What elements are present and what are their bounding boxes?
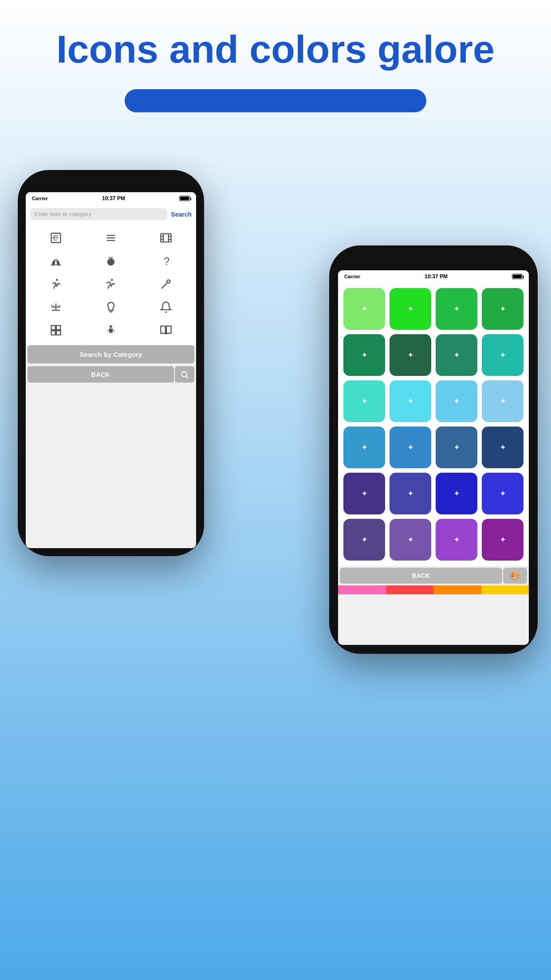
- icon-menorah[interactable]: [29, 296, 83, 318]
- color-tile-2-3[interactable]: [436, 334, 477, 376]
- back-button-right[interactable]: BACK: [340, 568, 502, 584]
- search-input[interactable]: Enter item or category: [30, 208, 167, 220]
- icon-wrench[interactable]: [139, 273, 193, 295]
- carrier-right: Carrier: [344, 274, 360, 279]
- icon-running2[interactable]: [84, 273, 138, 295]
- icon-running[interactable]: [29, 273, 83, 295]
- time-right: 10:37 PM: [425, 273, 448, 280]
- phones-container: Carrier 10:37 PM Enter item or category …: [0, 143, 551, 907]
- svg-point-18: [111, 279, 113, 281]
- icon-tomato[interactable]: [84, 250, 138, 272]
- color-tile-3-3[interactable]: [436, 380, 477, 422]
- color-tile-1-2[interactable]: [390, 288, 431, 330]
- strip-pink: [338, 585, 386, 594]
- color-tile-3-2[interactable]: [390, 380, 431, 422]
- icon-bell[interactable]: [139, 296, 193, 318]
- svg-rect-31: [56, 326, 60, 330]
- color-tile-5-4[interactable]: [482, 473, 523, 514]
- header: Icons and colors galore: [0, 0, 551, 130]
- color-tile-2-1[interactable]: [343, 334, 385, 376]
- svg-point-15: [107, 258, 114, 265]
- battery-right: [512, 274, 523, 279]
- color-tile-2-4[interactable]: [482, 334, 523, 376]
- phone-left: Carrier 10:37 PM Enter item or category …: [18, 170, 204, 556]
- color-tile-3-1[interactable]: [343, 380, 385, 422]
- back-button-left[interactable]: BACK: [28, 366, 174, 383]
- icon-baby[interactable]: [84, 320, 138, 341]
- svg-point-35: [181, 371, 187, 377]
- color-tile-1-1[interactable]: [343, 288, 385, 330]
- color-tile-3-4[interactable]: [482, 380, 523, 422]
- blue-pill-decoration: [125, 89, 426, 112]
- color-strip: [338, 585, 529, 594]
- color-tile-6-2[interactable]: [390, 519, 431, 561]
- svg-point-34: [110, 325, 112, 328]
- search-button[interactable]: Search: [171, 211, 192, 218]
- svg-rect-7: [161, 234, 171, 242]
- icon-question[interactable]: ?: [139, 250, 193, 272]
- phone-right: Carrier 10:37 PM: [329, 245, 538, 654]
- icon-list[interactable]: [84, 227, 138, 249]
- color-tile-6-3[interactable]: [436, 519, 477, 561]
- color-grid: [338, 283, 529, 566]
- palette-button[interactable]: 🎨: [503, 568, 527, 584]
- status-bar-right: Carrier 10:37 PM: [338, 270, 529, 283]
- icon-checklist[interactable]: [29, 227, 83, 249]
- icon-grid[interactable]: [29, 320, 83, 341]
- color-tile-4-3[interactable]: [436, 427, 477, 468]
- phone-left-screen: Carrier 10:37 PM Enter item or category …: [26, 192, 196, 548]
- svg-rect-32: [51, 331, 55, 335]
- color-tile-4-4[interactable]: [482, 427, 523, 468]
- search-bar-area: Enter item or category Search: [26, 205, 196, 224]
- status-bar-left: Carrier 10:37 PM: [26, 192, 196, 205]
- time-left: 10:37 PM: [102, 195, 125, 202]
- bottom-bar-left: BACK: [26, 364, 196, 384]
- color-tile-2-2[interactable]: [390, 334, 431, 376]
- color-tile-4-2[interactable]: [390, 427, 431, 468]
- icon-film[interactable]: [139, 227, 193, 249]
- svg-line-20: [162, 283, 167, 288]
- strip-red: [386, 585, 434, 594]
- color-tile-1-4[interactable]: [482, 288, 523, 330]
- color-tile-1-3[interactable]: [436, 288, 477, 330]
- color-tile-4-1[interactable]: [343, 427, 385, 468]
- color-tile-5-3[interactable]: [436, 473, 477, 514]
- svg-point-17: [56, 279, 58, 281]
- icon-grass[interactable]: [29, 250, 83, 272]
- svg-rect-30: [51, 326, 55, 330]
- page-title: Icons and colors galore: [35, 27, 516, 71]
- phone-right-screen: Carrier 10:37 PM: [338, 270, 529, 645]
- battery-left: [179, 196, 190, 201]
- color-tile-5-1[interactable]: [343, 473, 385, 514]
- carrier-left: Carrier: [32, 196, 48, 201]
- icon-lightbulb[interactable]: [84, 296, 138, 318]
- color-tile-5-2[interactable]: [390, 473, 431, 514]
- svg-text:?: ?: [164, 256, 169, 268]
- search-category-button[interactable]: Search by Category: [28, 345, 194, 364]
- strip-orange: [433, 585, 481, 594]
- color-tile-6-1[interactable]: [343, 519, 385, 561]
- icons-grid: ?: [26, 224, 196, 344]
- svg-point-19: [167, 280, 170, 283]
- svg-line-36: [186, 376, 189, 378]
- icon-book[interactable]: [139, 320, 193, 341]
- svg-rect-33: [56, 331, 60, 335]
- strip-yellow: [481, 585, 529, 594]
- bottom-bar-right: BACK 🎨: [338, 566, 529, 585]
- color-tile-6-4[interactable]: [482, 519, 523, 561]
- search-icon-button[interactable]: [175, 366, 194, 383]
